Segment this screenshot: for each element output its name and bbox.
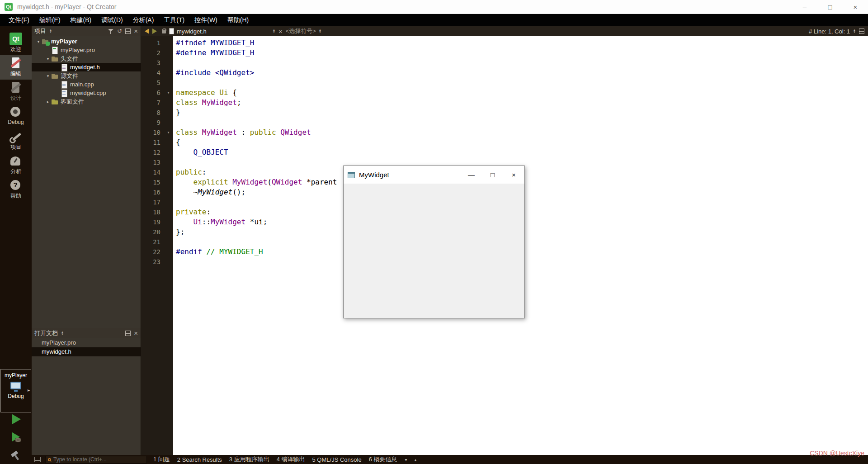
output-pane-button[interactable]: 2 Search Results	[175, 456, 224, 463]
fold-gutter	[164, 207, 173, 217]
tree-item[interactable]: myPlayer.pro	[32, 46, 141, 54]
code-line[interactable]: 8}	[141, 108, 868, 118]
mode-item-edit[interactable]: 编辑	[0, 55, 32, 80]
panel-combo-arrows-icon[interactable]	[61, 331, 64, 336]
output-pane-button[interactable]: 4 编译输出	[275, 455, 307, 464]
app-window[interactable]: MyWidget — □ ×	[343, 166, 525, 318]
code-line[interactable]: 10▾class MyWidget : public QWidget	[141, 128, 868, 137]
navigate-back-icon[interactable]	[145, 28, 149, 34]
code-line[interactable]: 12 Q_OBJECT	[141, 147, 868, 157]
panes-down-arrow-icon[interactable]	[403, 457, 408, 462]
code-text	[173, 58, 176, 68]
line-number: 20	[141, 227, 164, 237]
locator-input[interactable]	[53, 456, 144, 463]
close-document-icon[interactable]: ×	[278, 28, 283, 35]
help-mode-icon	[9, 179, 23, 192]
sync-with-editor-icon[interactable]: ↺	[117, 28, 122, 34]
code-line[interactable]: 5	[141, 78, 868, 88]
mode-item-welcome[interactable]: Qt欢迎	[0, 31, 32, 55]
fold-marker-icon[interactable]: ▾	[164, 88, 173, 98]
app-maximize-button[interactable]: □	[482, 166, 503, 184]
tree-collapse-arrow-icon[interactable]: ▾	[45, 57, 51, 61]
toggle-output-panes-icon[interactable]	[34, 457, 41, 462]
open-doc-item[interactable]: myPlayer.pro	[32, 338, 141, 347]
code-line[interactable]: 7class MyWidget;	[141, 98, 868, 108]
code-line[interactable]: 2#define MYWIDGET_H	[141, 48, 868, 58]
app-minimize-button[interactable]: —	[461, 166, 482, 184]
kit-selector[interactable]: myPlayer Debug	[0, 369, 31, 412]
symbol-selector[interactable]: <选择符号>	[286, 27, 321, 35]
code-line[interactable]: 3	[141, 58, 868, 68]
kit-config-name: Debug	[1, 393, 31, 399]
line-number: 22	[141, 247, 164, 257]
tree-item[interactable]: ▾myPlayer	[32, 37, 141, 46]
menu-item[interactable]: 构建(B)	[66, 14, 97, 26]
mode-item-debug[interactable]: Debug	[0, 104, 32, 128]
menu-item[interactable]: 分析(A)	[128, 14, 159, 26]
split-editor-icon[interactable]	[859, 28, 864, 34]
mode-item-help[interactable]: 帮助	[0, 177, 32, 202]
code-line[interactable]: 11{	[141, 137, 868, 147]
navigate-forward-icon[interactable]	[152, 28, 157, 34]
menu-item[interactable]: 编辑(E)	[34, 14, 66, 26]
minimize-button[interactable]: –	[792, 0, 817, 14]
menu-item[interactable]: 工具(T)	[159, 14, 189, 26]
document-combo-arrows-icon[interactable]	[273, 29, 275, 33]
mode-item-analyze[interactable]: 分析	[0, 153, 32, 177]
open-docs-header: 打开文档 ×	[32, 328, 141, 338]
output-pane-button[interactable]: 5 QML/JS Console	[311, 456, 363, 463]
mode-label: 项目	[0, 143, 32, 151]
code-line[interactable]: 6▾namespace Ui {	[141, 88, 868, 98]
debug-run-button[interactable]	[0, 431, 32, 444]
locator[interactable]	[45, 456, 147, 464]
code-line[interactable]: 9	[141, 118, 868, 128]
output-pane-button[interactable]: 3 应用程序输出	[227, 455, 271, 464]
tree-item[interactable]: ▾头文件	[32, 54, 141, 63]
build-button[interactable]	[0, 450, 32, 462]
output-pane-button[interactable]: 6 概要信息	[367, 455, 399, 464]
code-line[interactable]: 1#ifndef MYWIDGET_H	[141, 38, 868, 48]
split-panel-icon[interactable]	[125, 28, 131, 34]
tree-item[interactable]: mywidget.cpp	[32, 89, 141, 97]
tree-item[interactable]: ▸界面文件	[32, 97, 141, 106]
cursor-combo-arrows-icon[interactable]	[853, 29, 856, 33]
project-panel-header: 项目 ↺ ×	[32, 26, 141, 36]
output-pane-button[interactable]: 1 问题	[151, 455, 172, 464]
code-text	[173, 237, 176, 247]
tree-collapse-arrow-icon[interactable]: ▾	[35, 39, 42, 44]
menu-item[interactable]: 控件(W)	[189, 14, 222, 26]
document-selector[interactable]: mywidget.h	[169, 28, 275, 35]
menu-item[interactable]: 文件(F)	[4, 14, 34, 26]
code-text: ~MyWidget();	[173, 187, 245, 197]
close-panel-icon[interactable]: ×	[134, 329, 138, 337]
tree-item[interactable]: ▾源文件	[32, 71, 141, 80]
panel-combo-arrows-icon[interactable]	[49, 29, 52, 33]
menu-item[interactable]: 帮助(H)	[222, 14, 254, 26]
filter-icon[interactable]	[108, 28, 114, 34]
symbol-combo-arrows-icon[interactable]	[319, 29, 321, 33]
project-panel-title[interactable]: 项目	[34, 27, 46, 35]
tree-item[interactable]: mywidget.h	[32, 63, 141, 71]
fold-gutter	[164, 58, 173, 68]
mode-item-design[interactable]: 设计	[0, 80, 32, 104]
tree-collapse-arrow-icon[interactable]: ▾	[45, 74, 51, 78]
code-line[interactable]: 4#include <QWidget>	[141, 68, 868, 78]
app-window-titlebar[interactable]: MyWidget — □ ×	[344, 166, 524, 184]
panes-up-arrow-icon[interactable]	[413, 457, 418, 462]
tree-item[interactable]: main.cpp	[32, 80, 141, 89]
tree-expand-arrow-icon[interactable]: ▸	[45, 99, 51, 104]
close-button[interactable]: ×	[843, 0, 868, 14]
line-number: 23	[141, 257, 164, 267]
open-doc-item[interactable]: mywidget.h	[32, 347, 141, 356]
mode-item-projects[interactable]: 项目	[0, 128, 32, 153]
app-close-button[interactable]: ×	[503, 166, 524, 184]
line-number: 18	[141, 207, 164, 217]
run-button[interactable]	[0, 413, 32, 426]
fold-marker-icon[interactable]: ▾	[164, 128, 173, 137]
code-text: private:	[173, 207, 211, 217]
menu-item[interactable]: 调试(D)	[96, 14, 127, 26]
open-docs-title[interactable]: 打开文档	[34, 329, 58, 337]
maximize-button[interactable]: □	[817, 0, 843, 14]
split-panel-icon[interactable]	[125, 331, 131, 336]
close-panel-icon[interactable]: ×	[134, 27, 138, 35]
